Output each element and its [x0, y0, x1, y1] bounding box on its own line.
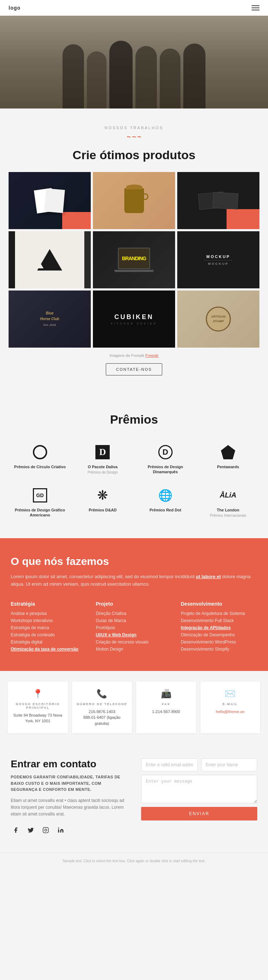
awards-grid-row2: GD Prêmios de Design Gráfico Americano ❋… — [9, 481, 259, 524]
globe-icon: 🌐 — [158, 488, 172, 502]
circle-ring-icon — [33, 445, 47, 459]
dev-item[interactable]: Desenvolvimento Full Stack — [181, 618, 257, 623]
award-name: O Pacote Daliva — [88, 464, 118, 469]
works-section: NOSSOS TRABALHOS ~~~ Crie ótimos produto… — [0, 108, 268, 398]
award-item: ÅLiA The London Prêmios Internacionais — [197, 481, 260, 524]
award-name: Prêmios D&AD — [89, 508, 116, 512]
d-letter-icon: D — [96, 445, 110, 459]
email-label: E-MAIL — [205, 702, 256, 706]
office-value: Suíte 94 Broadway 73 Nova York, NY 1001 — [12, 712, 64, 724]
portfolio-item[interactable] — [177, 172, 259, 229]
swirl-icon: ❋ — [97, 489, 108, 502]
award-icon: ÅLiA — [219, 487, 236, 504]
instagram-icon[interactable] — [41, 825, 51, 835]
portfolio-item[interactable]: BlueHorse ClubEst. 2016 — [9, 291, 91, 348]
award-icon — [219, 444, 236, 461]
award-icon: 🌐 — [157, 487, 174, 504]
phone-icon: 📞 — [77, 689, 128, 699]
message-input[interactable] — [141, 775, 257, 803]
award-sub: Prêmios de Design — [88, 470, 118, 475]
whatwedo-section: O que nós fazemos Lorem ipsum dolor sit … — [0, 538, 268, 671]
phone-label: NÚMERO DE TELEFONE — [77, 702, 128, 706]
email-card: ✉️ E-MAIL hello@theme.on — [201, 682, 260, 734]
award-name: Prêmios Red Dot — [149, 508, 181, 512]
portfolio-item[interactable] — [9, 172, 91, 229]
project-item[interactable]: Guias de Marca — [96, 618, 172, 623]
submit-button[interactable]: ENVIAR — [141, 807, 257, 821]
strategy-title: Estratégia — [11, 601, 87, 607]
award-item: D O Pacote Daliva Prêmios de Design — [72, 438, 134, 481]
portfolio-item[interactable]: BRANDING — [93, 231, 175, 288]
linkedin-icon[interactable] — [56, 825, 66, 835]
award-name: Prêmios de Design Dinamarquês — [137, 464, 194, 475]
d-dawn-icon — [158, 445, 172, 459]
contact-form-section: Entrar em contato PODEMOS GARANTIR CONFI… — [0, 744, 268, 852]
award-sub: Prêmios Internacionais — [210, 513, 246, 518]
award-icon: GD — [32, 487, 49, 504]
svg-rect-0 — [43, 827, 49, 833]
twitter-icon[interactable] — [26, 825, 36, 835]
project-item[interactable]: Motion Design — [96, 647, 172, 652]
award-item: ❋ Prêmios D&AD — [72, 481, 134, 524]
project-item[interactable]: Direção Criativa — [96, 611, 172, 616]
fax-label: FAX — [140, 702, 192, 706]
strategy-item[interactable]: Estratégia de conteúdo — [11, 632, 87, 637]
contact-form-right: ENVIAR — [141, 758, 257, 835]
award-item: GD Prêmios de Design Gráfico Americano — [9, 481, 72, 524]
decorative-wave: ~~~ — [9, 133, 259, 141]
contact-info-left: Entrar em contato PODEMOS GARANTIR CONFI… — [11, 758, 127, 835]
name-input[interactable] — [201, 758, 258, 771]
portfolio-item[interactable] — [9, 231, 91, 288]
project-item[interactable]: Criação de recursos visuais — [96, 640, 172, 644]
award-item: Pentawards — [197, 438, 260, 481]
whatwedo-link[interactable]: ut labore et — [196, 574, 221, 579]
portfolio-item[interactable]: ARTISANSTAMP — [177, 291, 259, 348]
strategy-item[interactable]: Estratégia digital — [11, 640, 87, 644]
whatwedo-title: O que nós fazemos — [11, 555, 257, 568]
portfolio-item[interactable] — [93, 172, 175, 229]
award-name: Prêmios de Design Gráfico Americano — [11, 508, 69, 518]
fax-icon: 📠 — [140, 689, 192, 699]
project-column: Projeto Direção Criativa Guias de Marca … — [96, 601, 172, 654]
dev-item-highlight[interactable]: Integração de API/dados — [181, 625, 257, 630]
hero-image — [0, 16, 268, 108]
strategy-item-highlight[interactable]: Otimização da taxa de conversão — [11, 647, 87, 652]
freepik-credit: Imagens de Freepik Freepik — [9, 353, 259, 358]
office-card: 📍 NOSSO ESCRITÓRIO PRINCIPAL Suíte 94 Br… — [8, 682, 68, 734]
project-item[interactable]: Protótipos — [96, 625, 172, 630]
portfolio-item[interactable]: MOCKUP MOCKUP — [177, 231, 259, 288]
email-value: hello@theme.on — [205, 709, 256, 715]
fax-card: 📠 FAX 1-214-567-8900 — [136, 682, 196, 734]
section-label: NOSSOS TRABALHOS — [9, 126, 259, 130]
footer-text: Sample text. Click to select the text bo… — [9, 858, 259, 864]
contact-button[interactable]: CONTATE-NOS — [106, 363, 162, 375]
award-item: Prêmios de Círculo Criativo — [9, 438, 72, 481]
strategy-item[interactable]: Análise e pesquisa — [11, 611, 87, 616]
dev-item[interactable]: Desenvolvimento Shopify — [181, 647, 257, 652]
strategy-item[interactable]: Estratégia de marca — [11, 625, 87, 630]
dev-title: Desenvolvimento — [181, 601, 257, 607]
dev-item[interactable]: Otimização de Desempenho — [181, 632, 257, 637]
header: logo — [0, 0, 268, 16]
award-icon: ❋ — [94, 487, 111, 504]
email-icon: ✉️ — [205, 689, 256, 699]
award-item: 🌐 Prêmios Red Dot — [134, 481, 197, 524]
portfolio-item[interactable]: CUBIKEN KITCHEN DESIGN — [93, 291, 175, 348]
email-input[interactable] — [141, 758, 198, 771]
menu-button[interactable] — [252, 5, 259, 10]
facebook-icon[interactable] — [11, 825, 21, 835]
strategy-item[interactable]: Workshops interativos — [11, 618, 87, 623]
contact-btn-wrap: CONTATE-NOS — [9, 363, 259, 375]
location-icon: 📍 — [12, 689, 64, 699]
dev-item[interactable]: Projeto de Arquitetura de Sistema — [181, 611, 257, 616]
form-name-email-row — [141, 758, 257, 771]
project-item-highlight[interactable]: UI/UX e Web Design — [96, 632, 172, 637]
dev-item[interactable]: Desenvolvimento WordPress — [181, 640, 257, 644]
works-title: Crie ótimos produtos — [9, 148, 259, 162]
award-icon — [32, 444, 49, 461]
award-name: Pentawards — [217, 464, 239, 469]
email-link[interactable]: hello@theme.on — [216, 710, 244, 714]
pentagon-icon — [221, 445, 235, 459]
dev-column: Desenvolvimento Projeto de Arquitetura d… — [181, 601, 257, 654]
whatwedo-description: Lorem ipsum dolor sit amet, consectetur … — [11, 573, 257, 588]
